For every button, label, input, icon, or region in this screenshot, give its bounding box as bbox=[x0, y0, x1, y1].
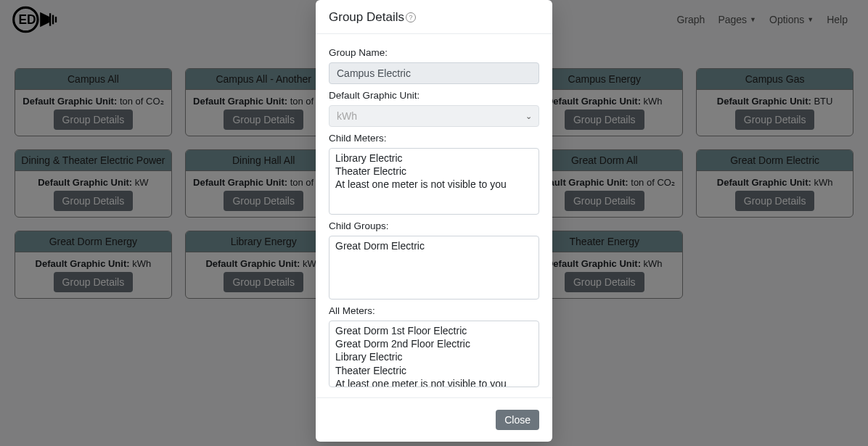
list-item[interactable]: At least one meter is not visible to you bbox=[335, 377, 533, 387]
default-unit-label: Default Graphic Unit: bbox=[329, 90, 539, 101]
list-item[interactable]: Library Electric bbox=[335, 152, 533, 165]
group-details-modal: Group Details ? Group Name: Default Grap… bbox=[316, 0, 552, 442]
list-item[interactable]: Theater Electric bbox=[335, 165, 533, 178]
group-name-label: Group Name: bbox=[329, 47, 539, 58]
close-button[interactable]: Close bbox=[496, 410, 539, 430]
list-item[interactable]: Library Electric bbox=[335, 350, 533, 363]
default-unit-select[interactable]: kWh bbox=[329, 105, 539, 127]
group-name-input[interactable] bbox=[329, 62, 539, 84]
child-groups-list[interactable]: Great Dorm Electric bbox=[329, 236, 539, 300]
list-item[interactable]: Great Dorm 2nd Floor Electric bbox=[335, 337, 533, 350]
list-item[interactable]: Great Dorm 1st Floor Electric bbox=[335, 324, 533, 337]
all-meters-label: All Meters: bbox=[329, 305, 539, 316]
all-meters-list[interactable]: Great Dorm 1st Floor ElectricGreat Dorm … bbox=[329, 321, 539, 387]
list-item[interactable]: Theater Electric bbox=[335, 364, 533, 377]
list-item[interactable]: At least one meter is not visible to you bbox=[335, 178, 533, 191]
list-item[interactable]: Great Dorm Electric bbox=[335, 239, 533, 252]
modal-title: Group Details bbox=[329, 10, 404, 25]
child-meters-list[interactable]: Library ElectricTheater ElectricAt least… bbox=[329, 148, 539, 215]
modal-footer: Close bbox=[316, 397, 552, 442]
modal-body: Group Name: Default Graphic Unit: kWh ⌄ … bbox=[316, 34, 552, 397]
child-meters-label: Child Meters: bbox=[329, 133, 539, 144]
child-groups-label: Child Groups: bbox=[329, 220, 539, 231]
modal-header: Group Details ? bbox=[316, 0, 552, 34]
help-icon[interactable]: ? bbox=[406, 12, 416, 22]
